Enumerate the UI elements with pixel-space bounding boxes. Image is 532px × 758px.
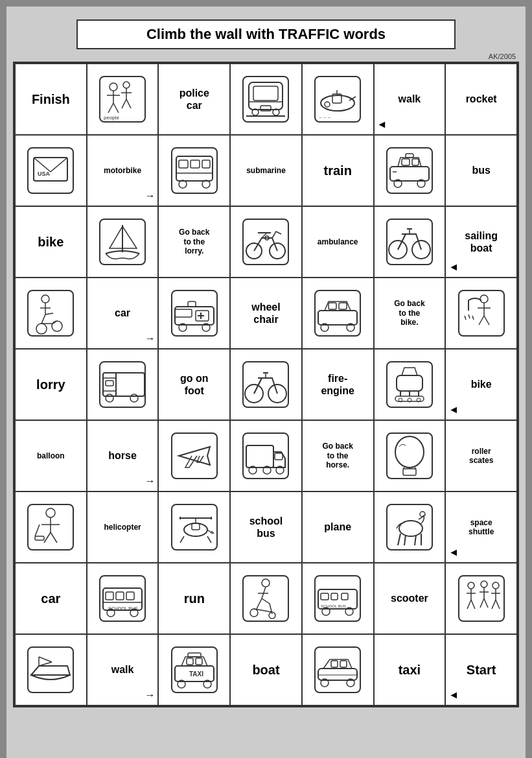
cell-label-r0-c6: rocket [466,93,497,105]
cell-r0-c5: walk◄ [374,64,446,135]
arrow-right-icon: → [145,190,155,202]
svg-line-172 [492,600,496,609]
cell-r7-c6 [445,563,517,634]
svg-point-5 [123,82,130,88]
cell-r8-c1: walk→ [87,634,159,705]
cell-r0-c1: people [87,64,159,135]
cell-label-r0-c5: walk [399,93,421,105]
svg-rect-31 [202,160,210,168]
cell-r3-c5: Go back to the bike. [374,278,446,349]
cell-r5-c3 [230,420,302,492]
svg-point-164 [481,581,487,587]
arrow-left-icon: ◄ [377,119,387,130]
icon-box-bicycle2 [242,361,289,408]
svg-rect-29 [179,160,188,168]
cell-r2-c0: bike [15,206,87,278]
icon-box-airplane [171,432,218,479]
svg-line-175 [39,657,52,662]
cell-r8-c5: taxi [374,634,446,705]
svg-line-162 [467,600,471,609]
icon-box-sports-car [314,646,361,693]
icon-box-wheelchair [27,290,74,337]
cell-r6-c0 [15,492,87,563]
cell-label-r5-c1: horse [108,449,137,462]
svg-text:TAXI: TAXI [189,670,203,678]
cell-label-r4-c6: bike [471,378,492,390]
svg-rect-67 [175,309,192,317]
svg-point-159 [468,582,474,589]
cell-label-r8-c5: taxi [399,662,421,678]
svg-line-84 [472,316,474,320]
svg-rect-35 [390,167,429,181]
cell-r2-c6: sailing boat◄ [445,206,517,278]
cell-label-r7-c5: scooter [391,592,428,604]
cell-label-r6-c3: school bus [249,515,283,539]
icon-box-usa-envelope: USA [27,147,74,194]
svg-point-149 [250,609,258,617]
svg-rect-184 [318,669,357,680]
cell-r0-c3 [230,64,302,135]
cell-r6-c2 [158,492,230,563]
cell-r7-c4: SCHOOL BUS [302,563,374,634]
icon-box-balloon [386,432,433,479]
cell-label-r8-c3: boat [252,662,279,678]
cell-r1-c0: USA [15,135,87,206]
icon-box-taxi: TAXI [171,646,218,693]
icon-box-car [314,290,361,337]
icon-box-truck [242,432,289,479]
cell-r3-c0 [15,278,87,349]
cell-label-r8-c6: Start [467,662,496,678]
svg-line-173 [496,600,500,609]
svg-text:USA: USA [38,171,51,177]
cell-label-r4-c2: go on foot [180,372,209,397]
svg-point-89 [130,394,138,402]
svg-line-147 [262,587,266,598]
svg-line-168 [484,598,488,608]
svg-rect-101 [395,396,424,401]
arrow-right-icon: → [145,333,155,344]
cell-label-r1-c1: motorbike [104,166,141,175]
svg-line-26 [51,158,67,172]
icon-box-bus [171,147,218,194]
icon-box-rain-person [458,290,505,337]
cell-r2-c4: ambulance [302,206,374,278]
cell-label-r3-c3: wheel chair [251,301,280,326]
arrow-left-icon: ◄ [448,689,459,701]
cell-r7-c5: scooter [374,563,446,634]
cell-label-r0-c2: police car [179,87,209,112]
cell-r7-c2: run [158,563,230,634]
svg-line-4 [113,103,119,113]
icon-box-horse [386,504,433,551]
cell-label-r6-c4: plane [324,521,351,533]
cell-r6-c4: plane [302,492,374,563]
svg-line-119 [51,532,57,543]
arrow-right-icon: → [145,475,155,487]
icon-box-helicopter [171,504,218,551]
cell-r1-c3: submarine [230,135,302,206]
icon-box-rollerblades [386,361,433,408]
cell-r2-c3 [230,206,302,278]
svg-line-118 [44,532,51,543]
arrow-left-icon: ◄ [448,547,459,558]
icon-box-bicycle [386,219,433,265]
svg-point-21 [325,102,330,107]
svg-line-52 [398,234,406,250]
cell-label-r1-c6: bus [472,164,490,176]
svg-line-48 [262,233,267,238]
page: Climb the wall with TRAFFIC words AK/200… [6,6,526,758]
icon-box-ambulance [171,290,218,337]
cell-label-r5-c6: roller scates [469,447,493,466]
cell-r1-c4: train [302,135,374,206]
svg-line-79 [479,316,484,325]
cell-label-r3-c1: car [115,307,130,319]
cell-label-r2-c0: bike [38,234,64,250]
svg-rect-178 [187,658,193,665]
svg-line-93 [254,378,262,394]
cell-r0-c0: Finish [15,64,87,135]
svg-line-8 [122,99,126,108]
svg-point-146 [262,579,270,587]
icon-box-sailboat [99,219,146,265]
svg-line-130 [180,536,184,543]
cell-r5-c2 [158,420,230,492]
svg-rect-90 [106,381,113,386]
